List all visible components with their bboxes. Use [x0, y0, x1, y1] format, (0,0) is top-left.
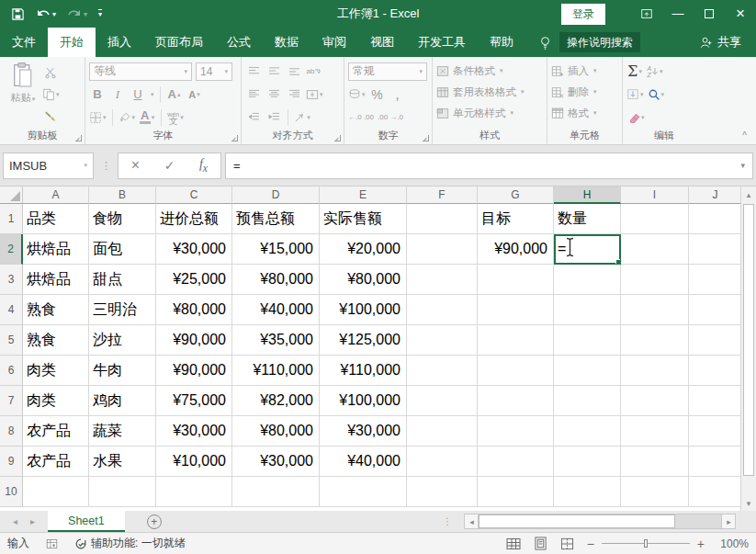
row-header-5[interactable]: 5 [0, 325, 23, 356]
name-box[interactable]: IMSUB▾ [3, 153, 94, 179]
cell-E7[interactable]: ¥100,000 [320, 386, 407, 416]
cell-I4[interactable] [621, 295, 689, 325]
cell-D3[interactable]: ¥80,000 [232, 265, 320, 295]
close-button[interactable]: × [725, 0, 756, 28]
cell-C5[interactable]: ¥90,000 [156, 325, 232, 356]
cell-G9[interactable] [478, 447, 554, 477]
cell-D5[interactable]: ¥35,000 [232, 325, 320, 356]
tab-home[interactable]: 开始 [48, 28, 96, 57]
insert-function-button[interactable]: fx [186, 156, 220, 175]
scroll-left-icon[interactable]: ◂ [464, 514, 479, 529]
normal-view-button[interactable] [506, 537, 521, 550]
cell-J6[interactable] [689, 356, 740, 386]
cell-B7[interactable]: 鸡肉 [89, 386, 156, 416]
cell-G1[interactable]: 目标 [478, 204, 554, 234]
italic-button[interactable]: I [109, 85, 126, 104]
macro-record-button[interactable] [46, 538, 58, 549]
horizontal-scroll-thumb[interactable] [479, 514, 675, 528]
cell-H10[interactable] [554, 477, 621, 507]
cell-A1[interactable]: 品类 [23, 204, 89, 234]
tab-help[interactable]: 帮助 [478, 28, 525, 57]
cell-F6[interactable] [407, 356, 478, 386]
cell-H9[interactable] [554, 447, 621, 477]
tab-view[interactable]: 视图 [358, 28, 406, 57]
customize-quick-access-button[interactable]: ▾ [98, 9, 102, 18]
expand-formula-bar-icon[interactable]: ▾ [740, 161, 745, 170]
maximize-button[interactable] [694, 0, 725, 28]
cell-I7[interactable] [621, 386, 689, 416]
sheet-tab-sheet1[interactable]: Sheet1 [48, 511, 125, 532]
cell-A8[interactable]: 农产品 [23, 416, 89, 447]
cell-E2[interactable]: ¥20,000 [320, 234, 407, 265]
tab-review[interactable]: 审阅 [310, 28, 358, 57]
vertical-scrollbar[interactable]: ▴ ▾ [740, 187, 756, 511]
ribbon-display-options-button[interactable] [631, 0, 662, 28]
paste-button[interactable]: 粘贴▾ [4, 60, 42, 126]
cell-I6[interactable] [621, 356, 689, 386]
align-center-button[interactable] [265, 85, 282, 104]
cell-J5[interactable] [689, 325, 740, 356]
delete-cells-button[interactable]: 删除▾ [551, 83, 618, 101]
cell-E10[interactable] [320, 477, 407, 507]
cell-D10[interactable] [232, 477, 320, 507]
tab-formulas[interactable]: 公式 [215, 28, 263, 57]
cell-J3[interactable] [689, 265, 740, 295]
cell-D8[interactable]: ¥80,000 [232, 416, 320, 447]
font-size-select[interactable]: 14▾ [196, 62, 232, 81]
zoom-in-button[interactable]: + [697, 537, 705, 551]
decrease-font-size-button[interactable]: A▾ [186, 85, 203, 104]
tell-me-search[interactable]: 操作说明搜索 [559, 32, 640, 52]
cell-G2[interactable]: ¥90,000 [478, 234, 554, 265]
tab-developer[interactable]: 开发工具 [406, 28, 478, 57]
cut-button[interactable] [42, 63, 60, 82]
cell-B2[interactable]: 面包 [89, 234, 156, 265]
cell-H1[interactable]: 数量 [554, 204, 621, 234]
cell-I3[interactable] [621, 265, 689, 295]
previous-sheet-icon[interactable]: ◂ [13, 516, 17, 526]
column-header-F[interactable]: F [407, 187, 478, 204]
cell-C7[interactable]: ¥75,000 [156, 386, 232, 416]
dialog-launcher-icon[interactable] [423, 135, 429, 141]
cell-H8[interactable] [554, 416, 621, 447]
cell-G4[interactable] [478, 295, 554, 325]
cell-C9[interactable]: ¥10,000 [156, 447, 232, 477]
orientation-button[interactable]: ▾ [294, 108, 310, 127]
cell-C4[interactable]: ¥80,000 [156, 295, 232, 325]
cell-E6[interactable]: ¥110,000 [320, 356, 407, 386]
cell-G7[interactable] [478, 386, 554, 416]
cell-F3[interactable] [407, 265, 478, 295]
align-middle-button[interactable] [265, 62, 282, 81]
underline-button[interactable]: U [130, 85, 146, 104]
column-header-I[interactable]: I [621, 187, 689, 204]
cell-I10[interactable] [621, 477, 689, 507]
number-format-select[interactable]: 常规▾ [348, 62, 427, 81]
cell-F1[interactable] [407, 204, 478, 234]
cell-I5[interactable] [621, 325, 689, 356]
redo-button[interactable]: ▾ [67, 7, 87, 20]
collapse-ribbon-button[interactable]: ^ [742, 130, 747, 141]
cell-D9[interactable]: ¥30,000 [232, 447, 320, 477]
bold-button[interactable]: B [89, 85, 106, 104]
cell-E9[interactable]: ¥40,000 [320, 447, 407, 477]
cell-F4[interactable] [407, 295, 478, 325]
cell-H6[interactable] [554, 356, 621, 386]
page-layout-view-button[interactable] [534, 537, 547, 550]
cell-H3[interactable] [554, 265, 621, 295]
cell-B10[interactable] [89, 477, 156, 507]
cancel-button[interactable]: × [118, 157, 152, 174]
tab-file[interactable]: 文件 [0, 28, 48, 57]
cell-D2[interactable]: ¥15,000 [232, 234, 320, 265]
cell-F7[interactable] [407, 386, 478, 416]
zoom-slider[interactable] [602, 543, 690, 544]
zoom-level[interactable]: 100% [717, 537, 749, 550]
login-button[interactable]: 登录 [561, 4, 605, 25]
cell-H2[interactable]: = [554, 234, 621, 265]
cell-E3[interactable]: ¥80,000 [320, 265, 407, 295]
cell-E5[interactable]: ¥125,000 [320, 325, 407, 356]
row-header-2[interactable]: 2 [0, 234, 23, 265]
cell-C10[interactable] [156, 477, 232, 507]
align-bottom-button[interactable] [286, 62, 302, 81]
column-header-G[interactable]: G [478, 187, 554, 204]
cell-A7[interactable]: 肉类 [23, 386, 89, 416]
cell-E4[interactable]: ¥100,000 [320, 295, 407, 325]
